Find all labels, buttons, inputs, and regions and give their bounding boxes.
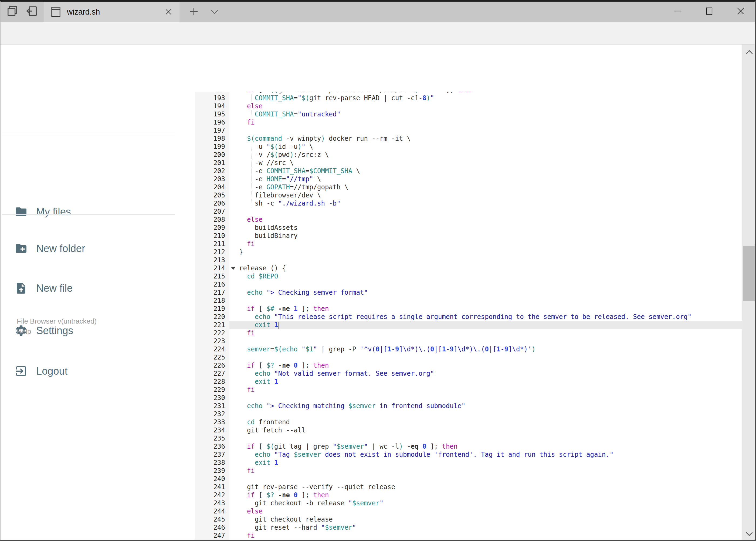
page-scrollbar[interactable] <box>742 45 756 541</box>
code-line-210[interactable]: 210 buildBinary <box>195 232 742 240</box>
code-line-content: git fetch --all <box>229 426 742 434</box>
sidebar-item-new-file[interactable]: New file <box>0 275 189 301</box>
code-line-242[interactable]: 242 if [ $? -ne 0 ]; then <box>195 491 742 499</box>
code-line-236[interactable]: 236 if [ $(git tag | grep "$semver" | wc… <box>195 442 742 450</box>
set-tabs-aside-icon[interactable] <box>6 5 19 17</box>
code-line-192[interactable]: 192 if [ "$(git status --porcelain 2> /d… <box>195 92 742 94</box>
code-line-203[interactable]: 203 -e HOME="//tmp" \ <box>195 175 742 183</box>
code-line-247[interactable]: 247 fi <box>195 532 742 540</box>
code-line-209[interactable]: 209 buildAssets <box>195 224 742 232</box>
code-line-225[interactable]: 225 <box>195 353 742 361</box>
help-link[interactable]: Help <box>17 326 97 336</box>
code-editor[interactable]: 192 if [ "$(git status --porcelain 2> /d… <box>195 92 742 541</box>
code-line-213[interactable]: 213 <box>195 256 742 264</box>
code-line-215[interactable]: 215 cd $REPO <box>195 272 742 280</box>
code-line-240[interactable]: 240 <box>195 475 742 483</box>
code-line-238[interactable]: 238 exit 1 <box>195 459 742 467</box>
scroll-up-arrow-icon[interactable] <box>746 50 752 57</box>
new-tab-button[interactable] <box>189 7 199 16</box>
new-file-icon <box>15 282 28 295</box>
code-line-239[interactable]: 239 fi <box>195 467 742 475</box>
code-line-content: echo "> Checking matching $semver in fro… <box>229 402 742 410</box>
code-line-241[interactable]: 241 git rev-parse --verify --quiet relea… <box>195 483 742 491</box>
code-line-198[interactable]: 198 $(command -v winpty) docker run --rm… <box>195 135 742 143</box>
code-line-content: sh -c "./wizard.sh -b" <box>229 199 742 208</box>
line-number: 233 <box>195 418 229 426</box>
code-line-199[interactable]: 199 -u "$(id -u)" \ <box>195 143 742 151</box>
code-line-197[interactable]: 197 <box>195 126 742 135</box>
code-line-201[interactable]: 201 -w //src \ <box>195 159 742 167</box>
code-line-211[interactable]: 211 fi <box>195 240 742 248</box>
code-line-230[interactable]: 230 <box>195 394 742 402</box>
code-line-222[interactable]: 222 fi <box>195 329 742 337</box>
close-button[interactable] <box>737 7 745 15</box>
code-line-196[interactable]: 196 fi <box>195 118 742 126</box>
code-line-content: fi <box>229 467 742 475</box>
code-line-207[interactable]: 207 <box>195 208 742 216</box>
code-line-content: else <box>229 507 742 515</box>
app-header <box>0 45 742 92</box>
tab-close-icon[interactable] <box>164 8 172 16</box>
sidebar-item-logout[interactable]: Logout <box>0 358 189 384</box>
line-number: 219 <box>195 305 229 313</box>
code-line-232[interactable]: 232 <box>195 410 742 418</box>
code-line-223[interactable]: 223 <box>195 337 742 345</box>
sidebar-item-my-files[interactable]: My files <box>0 199 189 225</box>
code-line-195[interactable]: 195 COMMIT_SHA="untracked" <box>195 110 742 118</box>
code-line-224[interactable]: 224 semver=$(echo "$1" | grep -P '^v(0|[… <box>195 345 742 353</box>
code-line-233[interactable]: 233 cd frontend <box>195 418 742 426</box>
code-line-216[interactable]: 216 <box>195 280 742 288</box>
code-line-212[interactable]: 212} <box>195 248 742 256</box>
maximize-button[interactable] <box>705 7 713 15</box>
line-number: 223 <box>195 337 229 345</box>
code-line-205[interactable]: 205 filebrowser/dev \ <box>195 191 742 199</box>
code-line-content: buildBinary <box>229 232 742 240</box>
code-line-content <box>229 410 742 418</box>
code-line-193[interactable]: 193 COMMIT_SHA="$(git rev-parse HEAD | c… <box>195 94 742 102</box>
code-line-218[interactable]: 218 <box>195 296 742 305</box>
code-line-228[interactable]: 228 exit 1 <box>195 377 742 386</box>
code-line-229[interactable]: 229 fi <box>195 386 742 394</box>
line-number: 245 <box>195 515 229 523</box>
code-line-208[interactable]: 208 else <box>195 216 742 224</box>
code-line-214[interactable]: 214release () { <box>195 264 742 272</box>
code-line-content: cd frontend <box>229 418 742 426</box>
code-line-237[interactable]: 237 echo "Tag $semver does not exist in … <box>195 450 742 459</box>
tab-preview-chevron-icon[interactable] <box>210 8 219 16</box>
code-line-220[interactable]: 220 echo "This release script requires a… <box>195 313 742 321</box>
line-number: 204 <box>195 183 229 191</box>
code-line-219[interactable]: 219 if [ $# -ne 1 ]; then <box>195 305 742 313</box>
code-line-194[interactable]: 194 else <box>195 102 742 110</box>
title-bar: wizard.sh <box>0 0 756 22</box>
code-line-244[interactable]: 244 else <box>195 507 742 515</box>
sidebar-item-new-folder[interactable]: New folder <box>0 236 189 262</box>
code-line-202[interactable]: 202 -e COMMIT_SHA=$COMMIT_SHA \ <box>195 167 742 175</box>
line-number: 220 <box>195 313 229 321</box>
line-number: 194 <box>195 102 229 110</box>
line-number: 229 <box>195 386 229 394</box>
code-line-200[interactable]: 200 -v /$(pwd):/src:z \ <box>195 151 742 159</box>
browser-tab[interactable]: wizard.sh <box>44 2 179 22</box>
folder-icon <box>15 205 28 218</box>
code-line-245[interactable]: 245 git checkout release <box>195 515 742 523</box>
fold-arrow-icon[interactable] <box>231 267 235 270</box>
scrollbar-thumb[interactable] <box>743 246 755 301</box>
code-line-246[interactable]: 246 git reset --hard "$semver" <box>195 523 742 532</box>
code-line-226[interactable]: 226 if [ $? -ne 0 ]; then <box>195 361 742 369</box>
scroll-down-arrow-icon[interactable] <box>746 529 752 536</box>
tabs-set-aside-icon[interactable] <box>25 5 38 17</box>
code-line-221[interactable]: 221 exit 1 <box>195 321 742 329</box>
code-line-231[interactable]: 231 echo "> Checking matching $semver in… <box>195 402 742 410</box>
code-line-227[interactable]: 227 echo "Not valid semver format. See s… <box>195 369 742 377</box>
code-line-234[interactable]: 234 git fetch --all <box>195 426 742 434</box>
code-line-243[interactable]: 243 git checkout -b release "$semver" <box>195 499 742 507</box>
minimize-button[interactable] <box>673 7 681 15</box>
code-line-204[interactable]: 204 -e GOPATH=//tmp/gopath \ <box>195 183 742 191</box>
code-line-217[interactable]: 217 echo "> Checking semver format" <box>195 288 742 296</box>
code-line-content: filebrowser/dev \ <box>229 191 742 199</box>
app-version: File Browser v(untracked) <box>17 316 97 326</box>
code-line-content: git reset --hard "$semver" <box>229 523 742 532</box>
new-folder-icon <box>15 242 28 255</box>
code-line-206[interactable]: 206 sh -c "./wizard.sh -b" <box>195 199 742 208</box>
code-line-235[interactable]: 235 <box>195 434 742 442</box>
